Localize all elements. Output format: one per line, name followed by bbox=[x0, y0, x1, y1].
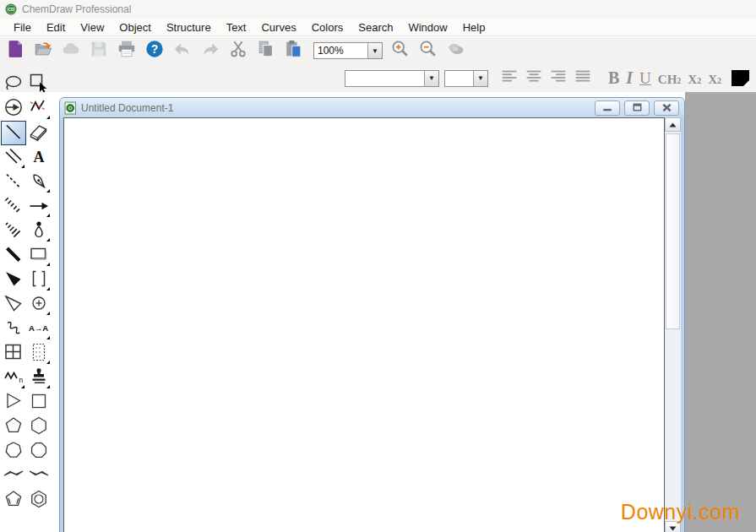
benzene-ring-tool[interactable] bbox=[26, 488, 52, 513]
menu-text[interactable]: Text bbox=[219, 19, 254, 35]
bold-bond-tool[interactable] bbox=[1, 243, 26, 268]
menu-curves[interactable]: Curves bbox=[253, 19, 303, 35]
cycloheptane-ring-tool[interactable] bbox=[1, 439, 26, 464]
scrollbar-up-button[interactable] bbox=[665, 117, 681, 132]
bracket-tool[interactable] bbox=[26, 268, 52, 292]
align-center-icon bbox=[524, 67, 544, 90]
flyout-corner-icon bbox=[46, 238, 50, 242]
open-cloud-button[interactable] bbox=[60, 40, 82, 62]
cyclobutane-ring-tool[interactable] bbox=[26, 390, 52, 415]
zoom-in-button[interactable] bbox=[389, 40, 411, 62]
formula-button[interactable]: CH2 bbox=[658, 73, 682, 87]
main-toolbar: ? 100% ▼ bbox=[0, 37, 756, 64]
menu-help[interactable]: Help bbox=[455, 19, 493, 35]
align-center-button[interactable] bbox=[523, 68, 546, 89]
rectangle-tool[interactable] bbox=[26, 243, 52, 268]
clean-structure-tool[interactable] bbox=[26, 96, 52, 121]
arrow-tool[interactable] bbox=[26, 194, 52, 219]
redo-icon bbox=[200, 39, 220, 62]
menu-view[interactable]: View bbox=[73, 19, 111, 35]
zoom-dropdown-arrow-icon[interactable]: ▼ bbox=[367, 43, 382, 58]
table-icon bbox=[3, 341, 24, 366]
wavy-bond-tool[interactable] bbox=[1, 317, 26, 341]
marquee-tool[interactable] bbox=[26, 72, 52, 96]
cyclooctane-ring-tool[interactable] bbox=[26, 439, 52, 464]
align-justify-button[interactable] bbox=[572, 68, 595, 89]
lasso-tool[interactable] bbox=[1, 72, 26, 96]
undo-button[interactable] bbox=[171, 40, 193, 62]
zoom-level-combobox[interactable]: 100% ▼ bbox=[313, 42, 383, 59]
atom-map-tool[interactable]: A→A bbox=[26, 317, 52, 341]
cut-icon bbox=[228, 39, 248, 62]
subscript-button[interactable]: X2 bbox=[688, 73, 701, 87]
document-titlebar[interactable]: Untitled Document-1 bbox=[60, 98, 684, 117]
menu-structure[interactable]: Structure bbox=[159, 19, 219, 35]
superscript-button[interactable]: X2 bbox=[708, 73, 721, 87]
document-canvas[interactable] bbox=[63, 117, 665, 532]
copy-button[interactable] bbox=[255, 40, 277, 62]
ring4-icon bbox=[28, 390, 50, 415]
dashed-bond-tool[interactable] bbox=[1, 170, 26, 194]
app-titlebar: CD ChemDraw Professional bbox=[0, 0, 756, 19]
font-family-dropdown-arrow-icon[interactable]: ▼ bbox=[424, 71, 438, 86]
text-tool[interactable]: A bbox=[26, 145, 52, 170]
menu-file[interactable]: File bbox=[6, 19, 39, 35]
chain-tool[interactable]: n bbox=[1, 366, 26, 390]
underline-button[interactable]: U bbox=[639, 69, 651, 88]
menu-edit[interactable]: Edit bbox=[39, 19, 73, 35]
cut-button[interactable] bbox=[227, 40, 249, 62]
doc-minimize-button[interactable] bbox=[595, 100, 620, 116]
menu-colors[interactable]: Colors bbox=[304, 19, 351, 35]
bold-button[interactable]: B bbox=[608, 68, 619, 88]
font-size-combobox[interactable]: ▼ bbox=[444, 70, 488, 87]
lasso-icon bbox=[3, 72, 24, 97]
multiple-bond-tool[interactable] bbox=[1, 145, 26, 170]
chair-cyclohexane-2-tool[interactable] bbox=[26, 464, 52, 488]
zoom-out-button[interactable] bbox=[417, 40, 439, 62]
align-right-button[interactable] bbox=[547, 68, 570, 89]
solid-wedge-bond-tool[interactable] bbox=[1, 268, 26, 292]
cyclopropane-ring-tool[interactable] bbox=[1, 390, 26, 415]
eraser-tool[interactable] bbox=[26, 121, 52, 145]
doc-close-button[interactable] bbox=[654, 100, 679, 116]
pen-tool[interactable] bbox=[26, 170, 52, 194]
zoom-in-icon bbox=[390, 39, 411, 62]
hashed-bond-tool[interactable] bbox=[1, 194, 26, 219]
cyclopentane-ring-tool[interactable] bbox=[1, 415, 26, 439]
new-document-button[interactable] bbox=[4, 40, 26, 62]
flyout-corner-icon bbox=[46, 361, 50, 364]
document-icon bbox=[64, 101, 77, 115]
cloud-icon bbox=[61, 39, 81, 62]
hashed-wedge-bond-tool[interactable] bbox=[1, 219, 26, 243]
rotate-tool[interactable] bbox=[1, 96, 26, 121]
menu-window[interactable]: Window bbox=[400, 19, 454, 35]
chair-cyclohexane-1-tool[interactable] bbox=[1, 464, 26, 488]
color-swatch[interactable] bbox=[732, 70, 749, 86]
redo-button[interactable] bbox=[199, 40, 221, 62]
vertical-scrollbar[interactable] bbox=[665, 117, 681, 532]
cyclohexane-ring-tool[interactable] bbox=[26, 415, 52, 439]
stacked-shapes-button[interactable] bbox=[445, 40, 467, 62]
font-family-combobox[interactable]: ▼ bbox=[345, 70, 439, 87]
doc-restore-button[interactable] bbox=[624, 100, 650, 116]
flyout-corner-icon bbox=[46, 312, 50, 315]
paste-button[interactable] bbox=[283, 40, 305, 62]
orbital-tool[interactable] bbox=[26, 219, 52, 243]
template-stamp-tool[interactable] bbox=[26, 366, 52, 390]
save-button[interactable] bbox=[88, 40, 110, 62]
font-size-dropdown-arrow-icon[interactable]: ▼ bbox=[473, 71, 487, 86]
open-button[interactable] bbox=[32, 40, 54, 62]
italic-button[interactable]: I bbox=[626, 68, 633, 88]
cyclopentadiene-ring-tool[interactable] bbox=[1, 488, 26, 513]
align-left-button[interactable] bbox=[498, 68, 521, 89]
hollow-wedge-bond-tool[interactable] bbox=[1, 292, 26, 317]
dotted-rectangle-tool[interactable] bbox=[26, 341, 52, 366]
help-button[interactable]: ? bbox=[144, 40, 166, 62]
charge-tool[interactable] bbox=[26, 292, 52, 317]
scrollbar-thumb[interactable] bbox=[666, 133, 680, 329]
solid-bond-tool[interactable] bbox=[1, 121, 26, 145]
print-button[interactable] bbox=[116, 40, 138, 62]
table-tool[interactable] bbox=[1, 341, 26, 366]
menu-search[interactable]: Search bbox=[351, 19, 400, 35]
menu-object[interactable]: Object bbox=[111, 19, 159, 35]
